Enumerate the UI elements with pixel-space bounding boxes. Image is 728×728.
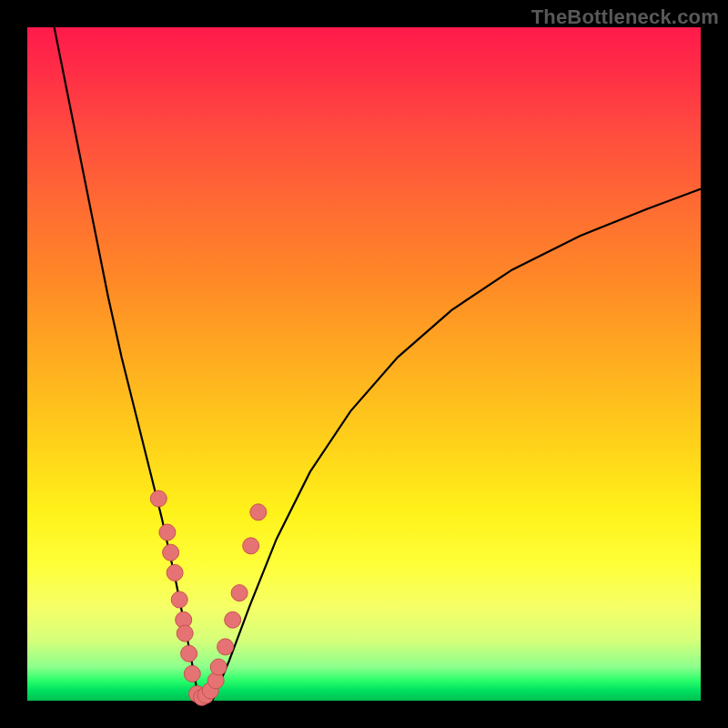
data-point: [184, 665, 200, 682]
data-point: [231, 585, 248, 602]
data-point: [243, 538, 259, 554]
data-point: [163, 544, 179, 561]
data-point: [177, 625, 193, 642]
data-point-markers: [150, 490, 266, 705]
chart-frame: TheBottleneck.com: [0, 0, 728, 728]
data-point: [159, 524, 176, 541]
data-point: [210, 659, 227, 675]
plot-area: [27, 27, 701, 701]
data-point: [171, 592, 187, 608]
data-point: [167, 564, 183, 581]
chart-svg: [27, 27, 701, 701]
data-point: [250, 504, 267, 521]
data-point: [150, 490, 167, 507]
bottleneck-curve: [55, 27, 701, 701]
watermark-text: TheBottleneck.com: [531, 5, 719, 29]
data-point: [217, 639, 234, 655]
data-point: [225, 612, 241, 628]
data-point: [181, 645, 197, 662]
